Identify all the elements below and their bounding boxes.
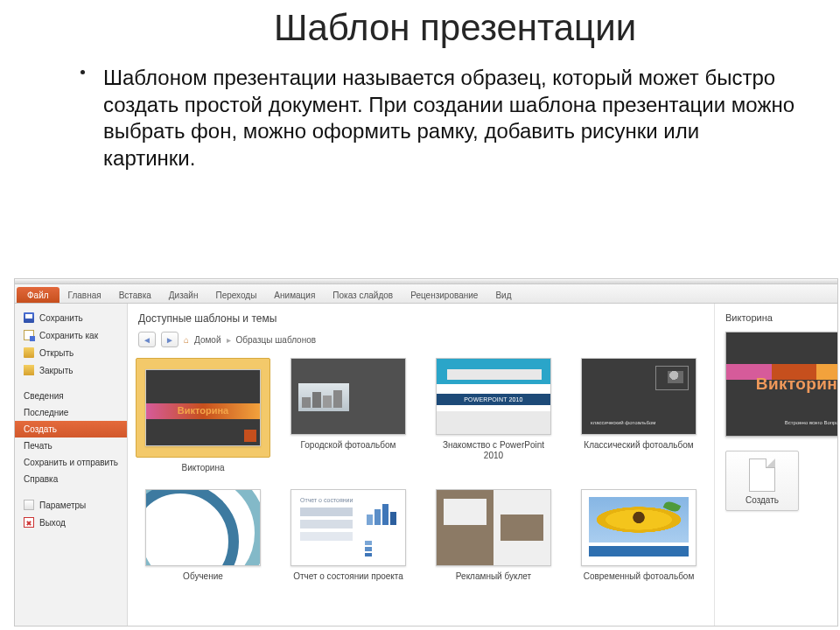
sidebar-info-label: Сведения	[24, 391, 64, 401]
template-gallery: Доступные шаблоны и темы ◄ ► ⌂ Домой ▸ О…	[128, 304, 714, 626]
sidebar-open[interactable]: Открыть	[15, 344, 127, 361]
slide-title: Шаблон презентации	[70, 0, 840, 49]
save-as-icon	[24, 330, 34, 340]
sidebar-save[interactable]: Сохранить	[15, 309, 127, 326]
template-label: Городской фотоальбом	[301, 440, 396, 451]
template-thumb: Современный фотоальбом	[581, 489, 696, 566]
template-booklet[interactable]: Рекламный буклет	[429, 489, 558, 582]
sidebar-options-label: Параметры	[39, 500, 86, 510]
template-label: Обучение	[183, 571, 223, 582]
app-window: Файл Главная Вставка Дизайн Переходы Ани…	[14, 278, 838, 626]
sidebar-save-as[interactable]: Сохранить как	[15, 326, 127, 344]
template-city-album[interactable]: Городской фотоальбом	[284, 358, 413, 473]
slide-body: Шаблоном презентации называется образец,…	[0, 49, 840, 172]
ppt-badge: POWERPOINT 2010	[437, 394, 550, 405]
home-icon[interactable]: ⌂	[184, 335, 189, 345]
sidebar-share[interactable]: Сохранить и отправить	[15, 454, 127, 471]
ribbon-tab-view[interactable]: Вид	[486, 287, 520, 303]
breadcrumb-home[interactable]: Домой	[194, 335, 220, 345]
sidebar-print-label: Печать	[24, 441, 52, 451]
create-button-label: Создать	[746, 495, 779, 505]
template-label: Знакомство с PowerPoint 2010	[432, 440, 555, 461]
bullet-icon	[80, 70, 85, 74]
thumb-caption: Современный фотоальбом	[592, 550, 659, 555]
sidebar-recent-label: Последние	[24, 408, 68, 417]
sidebar-recent[interactable]: Последние	[15, 404, 127, 421]
ribbon-tab-slideshow[interactable]: Показ слайдов	[324, 287, 402, 303]
preview-thumbnail: Викторина Встроено всего Вопросы и ответ…	[725, 332, 838, 437]
template-label: Отчет о состоянии проекта	[293, 571, 403, 582]
sidebar-print[interactable]: Печать	[15, 438, 127, 454]
template-viktorina[interactable]: Викторина	[138, 358, 268, 473]
close-file-icon	[24, 365, 34, 375]
template-classic-album[interactable]: классический фотоальбом Классический фот…	[574, 358, 704, 473]
template-modern-album[interactable]: Современный фотоальбом Современный фотоа…	[574, 489, 704, 582]
template-thumb: классический фотоальбом	[581, 358, 696, 435]
ribbon-tab-transitions[interactable]: Переходы	[206, 287, 265, 303]
chevron-right-icon: ▸	[227, 335, 231, 345]
ribbon-tab-home[interactable]: Главная	[60, 287, 110, 303]
template-project-report[interactable]: Отчет о состоянии Отчет о состоянии прое…	[284, 489, 413, 582]
sidebar-exit-label: Выход	[39, 518, 66, 528]
thumb-caption: классический фотоальбом	[591, 420, 655, 425]
sidebar-close-label: Закрыть	[39, 366, 74, 375]
template-label: Викторина	[181, 463, 224, 473]
sidebar-close[interactable]: Закрыть	[15, 361, 127, 379]
preview-big-label: Викторина	[726, 374, 838, 394]
template-label: Рекламный буклет	[456, 571, 531, 582]
gallery-heading: Доступные шаблоны и темы	[138, 312, 704, 325]
template-thumb	[145, 369, 261, 446]
options-icon	[24, 500, 34, 510]
create-button[interactable]: Создать	[725, 451, 799, 511]
preview-title: Викторина	[725, 312, 838, 323]
sidebar-create[interactable]: Создать	[15, 421, 127, 438]
sidebar-save-as-label: Сохранить как	[39, 331, 98, 340]
template-powerpoint-intro[interactable]: POWERPOINT 2010 Знакомство с PowerPoint …	[429, 358, 558, 473]
template-label: Современный фотоальбом	[584, 571, 695, 582]
sidebar-save-label: Сохранить	[39, 313, 83, 323]
preview-pane: Викторина Викторина Встроено всего Вопро…	[714, 304, 838, 626]
ribbon-tab-insert[interactable]: Вставка	[110, 287, 160, 303]
template-thumb	[436, 489, 551, 566]
sidebar-info[interactable]: Сведения	[15, 388, 127, 404]
preview-small-label: Встроено всего Вопросы и ответы	[785, 420, 838, 427]
save-icon	[24, 312, 34, 323]
new-document-icon	[749, 458, 775, 492]
ribbon-file-tab[interactable]: Файл	[17, 287, 60, 303]
backstage-sidebar: Сохранить Сохранить как Открыть Закрыть …	[15, 304, 128, 626]
ribbon-tab-review[interactable]: Рецензирование	[402, 287, 486, 303]
ribbon-tab-design[interactable]: Дизайн	[160, 287, 207, 303]
template-thumb	[145, 489, 261, 566]
breadcrumb: ◄ ► ⌂ Домой ▸ Образцы шаблонов	[138, 332, 704, 347]
open-icon	[24, 347, 34, 358]
template-thumb	[290, 358, 406, 435]
sidebar-open-label: Открыть	[39, 348, 74, 358]
sidebar-exit[interactable]: Выход	[15, 514, 127, 531]
nav-back-button[interactable]: ◄	[138, 332, 156, 347]
template-thumb: Отчет о состоянии	[290, 489, 406, 566]
sidebar-help[interactable]: Справка	[15, 471, 127, 487]
sidebar-options[interactable]: Параметры	[15, 496, 127, 514]
breadcrumb-current: Образцы шаблонов	[236, 335, 317, 345]
sidebar-help-label: Справка	[24, 474, 58, 484]
ribbon: Файл Главная Вставка Дизайн Переходы Ани…	[15, 284, 837, 304]
nav-forward-button[interactable]: ►	[161, 332, 178, 347]
thumb-caption: Отчет о состоянии	[300, 497, 353, 503]
template-thumb: POWERPOINT 2010	[436, 358, 551, 435]
template-label: Классический фотоальбом	[584, 440, 693, 451]
template-education[interactable]: Обучение	[138, 489, 268, 582]
exit-icon	[24, 517, 34, 528]
sidebar-create-label: Создать	[24, 424, 57, 434]
sidebar-share-label: Сохранить и отправить	[24, 458, 118, 467]
slide-paragraph: Шаблоном презентации называется образец,…	[103, 66, 794, 170]
ribbon-tab-animation[interactable]: Анимация	[265, 287, 324, 303]
